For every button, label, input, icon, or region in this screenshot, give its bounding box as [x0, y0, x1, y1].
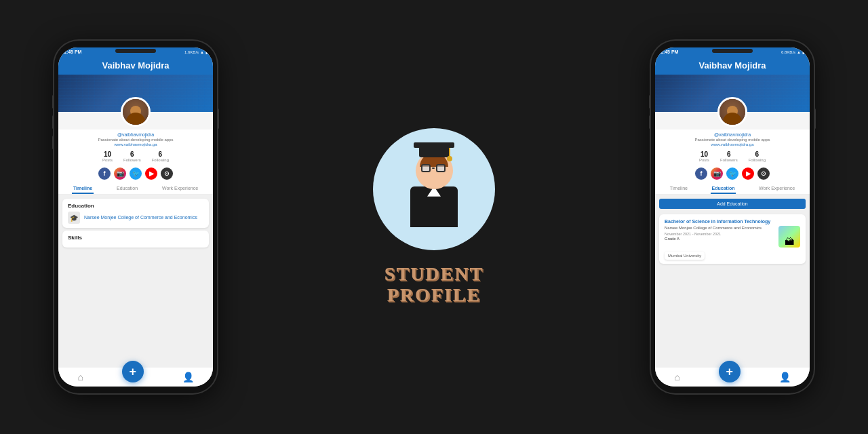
- tabs-row: Timeline Education Work Experience: [58, 182, 213, 195]
- right-posts-count: 10: [699, 151, 709, 158]
- right-twitter-icon[interactable]: 🐦: [726, 167, 738, 180]
- battery-icon: ▮: [205, 50, 208, 54]
- cap-top: [419, 146, 449, 157]
- right-social-icons-row: f 📷 🐦 ▶ ⊙: [655, 165, 810, 182]
- right-home-nav-icon[interactable]: ⌂: [674, 372, 679, 382]
- graduate-glasses: [421, 164, 447, 172]
- scene: 1:45 PM 1.6KB/s ▲ ▮ Vaibhav Mojidra: [0, 0, 868, 434]
- right-header-title: Vaibhav Mojidra: [699, 60, 766, 71]
- education-card-title: Education: [68, 203, 203, 209]
- facebook-icon[interactable]: f: [98, 167, 111, 180]
- edu-school: Narsee Monjee College of Commerce and Ec…: [665, 226, 776, 231]
- stat-posts: 10 Posts: [102, 151, 113, 162]
- following-count: 6: [152, 151, 169, 158]
- right-app-header: Vaibhav Mojidra: [655, 56, 810, 75]
- header-title: Vaibhav Mojidra: [102, 60, 170, 71]
- edu-card-body: Narsee Monjee College of Commerce and Ec…: [665, 226, 800, 248]
- instagram-icon[interactable]: 📷: [114, 167, 126, 180]
- right-status-icons: 6.8KB/s ▲ ▮: [781, 50, 804, 54]
- phone-screen: 1:45 PM 1.6KB/s ▲ ▮ Vaibhav Mojidra: [58, 47, 213, 387]
- tab-work-experience[interactable]: Work Experience: [161, 182, 199, 194]
- right-fab-add-button[interactable]: +: [719, 361, 741, 382]
- right-username: @vaibhavmojidra: [660, 132, 804, 137]
- degree-title: Bachelor of Science in Information Techn…: [665, 218, 800, 224]
- right-content-area: Add Education Bachelor of Science in Inf…: [655, 195, 810, 367]
- right-phone-notch: [712, 49, 753, 53]
- phone-vol-down-btn: [52, 115, 54, 129]
- right-posts-label: Posts: [699, 158, 709, 162]
- right-wifi-icon: ▲: [797, 50, 801, 54]
- right-tab-timeline[interactable]: Timeline: [669, 182, 689, 194]
- username: @vaibhavmojidra: [64, 132, 208, 137]
- following-label: Following: [152, 158, 169, 162]
- right-facebook-icon[interactable]: f: [695, 167, 707, 180]
- stats-row: 10 Posts 6 Followers 6 Following: [58, 148, 213, 165]
- student-profile-title: STUDENT PROFILE: [384, 264, 484, 306]
- center-illustration: STUDENT PROFILE: [217, 115, 651, 319]
- add-education-button[interactable]: Add Education: [659, 199, 806, 209]
- right-github-icon[interactable]: ⊙: [757, 167, 770, 180]
- right-battery-icon: ▮: [802, 50, 804, 54]
- right-phone-screen: 1:45 PM 6.8KB/s ▲ ▮ Vaibhav Mojidra: [655, 47, 810, 387]
- graduate-body: [410, 186, 458, 227]
- github-icon[interactable]: ⊙: [161, 167, 173, 180]
- right-tab-education[interactable]: Education: [711, 182, 736, 194]
- right-stats-row: 10 Posts 6 Followers 6 Following: [655, 148, 810, 165]
- tab-education[interactable]: Education: [115, 182, 139, 194]
- edu-dates: November 2021 - November 2021: [665, 232, 776, 236]
- right-stat-followers: 6 Followers: [720, 151, 738, 162]
- glass-right: [436, 164, 446, 172]
- edu-card-info: Narsee Monjee College of Commerce and Ec…: [665, 226, 776, 241]
- title-line2: PROFILE: [384, 285, 484, 306]
- followers-label: Followers: [123, 158, 141, 162]
- right-website[interactable]: www.vaibhavmojidra.ga: [660, 142, 804, 146]
- right-bottom-nav: ⌂ + 👤: [655, 367, 810, 387]
- right-profile-nav-icon[interactable]: 👤: [779, 372, 791, 382]
- right-avatar: [717, 97, 747, 127]
- fab-add-button[interactable]: +: [122, 361, 144, 382]
- avatar: [121, 97, 151, 127]
- social-icons-row: f 📷 🐦 ▶ ⊙: [58, 165, 213, 182]
- graduation-cap: [414, 142, 454, 157]
- right-followers-label: Followers: [720, 158, 738, 162]
- phone-notch: [115, 49, 156, 53]
- profile-nav-icon[interactable]: 👤: [182, 372, 194, 382]
- right-youtube-icon[interactable]: ▶: [742, 167, 754, 180]
- phone-btn4: [52, 136, 54, 149]
- right-profile-info: @vaibhavmojidra Passionate about develop…: [655, 130, 810, 148]
- avatar-image: [123, 99, 149, 125]
- right-avatar-image: [719, 99, 745, 125]
- right-avatar-area: [655, 112, 810, 130]
- glass-left: [421, 164, 431, 172]
- followers-count: 6: [123, 151, 141, 158]
- right-bio: Passionate about developing mobile apps: [660, 138, 804, 142]
- stat-followers: 6 Followers: [123, 151, 141, 162]
- phone-power-btn: [217, 108, 219, 129]
- right-instagram-icon[interactable]: 📷: [711, 167, 723, 180]
- youtube-icon[interactable]: ▶: [145, 167, 157, 180]
- posts-count: 10: [102, 151, 113, 158]
- right-phone-vol-down: [649, 115, 651, 129]
- twitter-icon[interactable]: 🐦: [130, 167, 142, 180]
- right-followers-count: 6: [720, 151, 738, 158]
- cap-tassel: [449, 148, 450, 161]
- tab-timeline[interactable]: Timeline: [72, 182, 94, 194]
- graduate-circle: [373, 128, 495, 250]
- right-phone-power-btn: [814, 108, 816, 129]
- profile-info: @vaibhavmojidra Passionate about develop…: [58, 130, 213, 148]
- wifi-icon: ▲: [200, 50, 204, 54]
- right-tab-work-experience[interactable]: Work Experience: [757, 182, 796, 194]
- education-icon: 🎓: [68, 212, 80, 224]
- app-header: Vaibhav Mojidra: [58, 56, 213, 75]
- home-nav-icon[interactable]: ⌂: [77, 372, 83, 382]
- right-phone: 1:45 PM 6.8KB/s ▲ ▮ Vaibhav Mojidra: [651, 41, 814, 393]
- education-item: 🎓 Narsee Monjee College of Commerce and …: [68, 212, 203, 224]
- right-following-count: 6: [749, 151, 766, 158]
- skills-title: Skills: [68, 235, 203, 241]
- status-time: 1:45 PM: [64, 50, 81, 54]
- website[interactable]: www.vaibhavmojidra.ga: [64, 142, 208, 146]
- edu-grade: Grade A: [665, 237, 776, 241]
- right-phone-vol-up: [649, 95, 651, 108]
- school-name: Narsee Monjee College of Commerce and Ec…: [84, 214, 197, 220]
- phone-vol-up-btn: [52, 95, 54, 108]
